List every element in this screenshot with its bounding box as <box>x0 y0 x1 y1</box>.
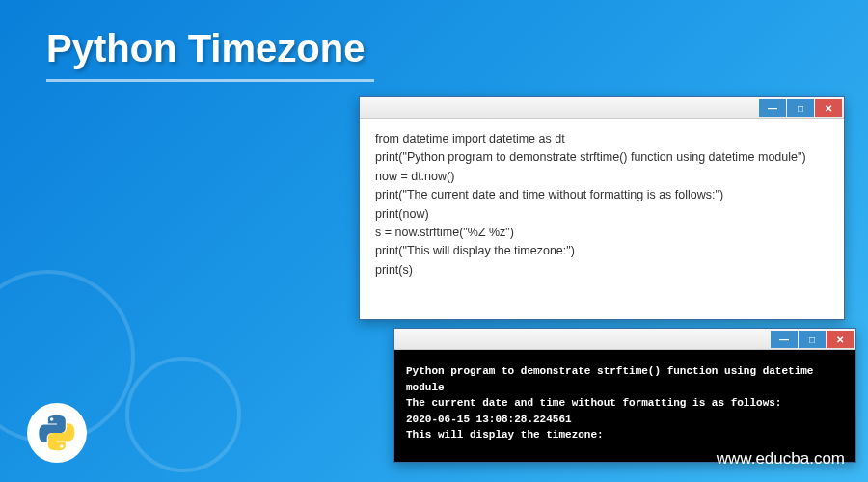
maximize-button[interactable]: □ <box>799 331 826 348</box>
code-line: print("This will display the timezone:") <box>375 242 828 260</box>
code-line: print(now) <box>375 205 828 224</box>
terminal-output-window: — □ ✕ Python program to demonstrate strf… <box>393 328 856 463</box>
terminal-content: Python program to demonstrate strftime()… <box>394 350 855 462</box>
window-controls: — □ ✕ <box>771 331 854 348</box>
output-line: The current date and time without format… <box>406 395 844 412</box>
page-title: Python Timezone <box>46 27 365 70</box>
minimize-button[interactable]: — <box>771 331 798 348</box>
gear-decoration-small <box>125 357 241 472</box>
code-line: print(s) <box>375 261 828 280</box>
close-button[interactable]: ✕ <box>827 331 854 348</box>
maximize-button[interactable]: □ <box>787 99 814 117</box>
output-line: 2020-06-15 13:08:28.224561 <box>406 412 844 428</box>
code-line: s = now.strftime("%Z %z") <box>375 224 828 242</box>
output-line: This will display the timezone: <box>406 427 844 443</box>
close-button[interactable]: ✕ <box>815 99 842 117</box>
code-content: from datetime import datetime as dt prin… <box>360 119 844 291</box>
python-logo <box>27 403 87 463</box>
title-underline <box>46 79 374 82</box>
window-controls: — □ ✕ <box>759 99 842 117</box>
watermark-url: www.educba.com <box>717 449 845 469</box>
window-titlebar: — □ ✕ <box>360 97 844 119</box>
python-icon <box>37 413 77 453</box>
code-line: now = dt.now() <box>375 168 828 186</box>
window-titlebar: — □ ✕ <box>394 329 855 350</box>
minimize-button[interactable]: — <box>759 99 786 117</box>
code-line: print("Python program to demonstrate str… <box>375 148 828 167</box>
output-line: Python program to demonstrate strftime()… <box>406 363 844 395</box>
code-editor-window: — □ ✕ from datetime import datetime as d… <box>359 96 845 320</box>
code-line: print("The current date and time without… <box>375 186 828 204</box>
code-line: from datetime import datetime as dt <box>375 130 828 148</box>
